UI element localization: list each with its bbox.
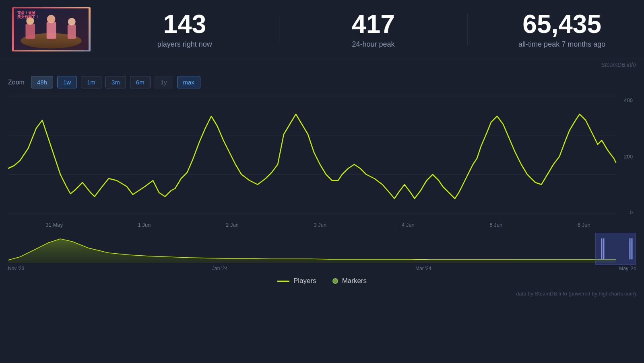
data-credit: data by SteamDB.info (powered by highcha… xyxy=(0,288,644,298)
svg-rect-6 xyxy=(68,25,76,39)
legend-markers: Markers xyxy=(332,277,367,285)
mini-chart-svg xyxy=(8,233,636,265)
legend-players: Players xyxy=(277,277,316,285)
players-line-icon xyxy=(277,281,289,282)
mini-x-may24: May '24 xyxy=(619,266,636,271)
alltime-peak-value: 65,435 xyxy=(492,10,632,38)
main-chart: 400 200 0 xyxy=(8,94,636,219)
svg-point-7 xyxy=(68,18,76,26)
alltime-peak-label: all-time peak 7 months ago xyxy=(492,40,632,49)
x-axis: 31 May 1 Jun 2 Jun 3 Jun 4 Jun 5 Jun 6 J… xyxy=(0,219,644,231)
divider-2 xyxy=(467,13,468,45)
header: 完蛋！被被 美女包围了！ 143 players right now 417 2… xyxy=(0,0,644,59)
watermark: SteamDB.info xyxy=(0,59,644,70)
credit-text: data by SteamDB.info (powered by highcha… xyxy=(516,291,636,297)
svg-text:美女包围了！: 美女包围了！ xyxy=(17,14,39,19)
svg-text:完蛋！被被: 完蛋！被被 xyxy=(17,10,36,15)
game-thumbnail: 完蛋！被被 美女包围了！ xyxy=(12,7,91,51)
y-label-0: 0 xyxy=(624,209,633,215)
zoom-label: Zoom xyxy=(8,79,25,86)
zoom-3m[interactable]: 3m xyxy=(105,76,126,88)
x-label-31may: 31 May xyxy=(45,222,63,228)
mini-x-nov23: Nov '23 xyxy=(8,266,24,271)
main-chart-container: 400 200 0 xyxy=(0,94,644,219)
alltime-peak-block: 65,435 all-time peak 7 months ago xyxy=(492,10,632,48)
current-players-value: 143 xyxy=(115,10,255,38)
zoom-1w[interactable]: 1w xyxy=(57,76,77,88)
peak-24h-label: 24-hour peak xyxy=(303,40,444,49)
x-label-1jun: 1 Jun xyxy=(138,222,151,228)
mini-x-mar24: Mar '24 xyxy=(415,266,431,271)
zoom-1y[interactable]: 1y xyxy=(155,76,173,88)
mini-chart-container xyxy=(0,231,644,265)
zoom-6m[interactable]: 6m xyxy=(130,76,151,88)
svg-rect-2 xyxy=(25,24,35,39)
x-label-5jun: 5 Jun xyxy=(489,222,502,228)
y-label-200: 200 xyxy=(624,154,633,160)
markers-legend-label: Markers xyxy=(342,277,367,285)
y-axis-labels: 400 200 0 xyxy=(624,94,633,219)
mini-x-axis: Nov '23 Jan '24 Mar '24 May '24 xyxy=(0,265,644,271)
zoom-max[interactable]: max xyxy=(177,76,200,88)
players-legend-label: Players xyxy=(293,277,316,285)
peak-24h-block: 417 24-hour peak xyxy=(303,10,444,48)
markers-dot-icon xyxy=(332,278,338,284)
mini-x-jan24: Jan '24 xyxy=(212,266,227,271)
zoom-controls: Zoom 48h 1w 1m 3m 6m 1y max xyxy=(0,70,644,94)
x-label-4jun: 4 Jun xyxy=(402,222,415,228)
y-label-400: 400 xyxy=(624,97,633,103)
mini-chart xyxy=(8,233,636,265)
thumbnail-image: 完蛋！被被 美女包围了！ xyxy=(12,7,91,51)
peak-24h-value: 417 xyxy=(303,10,444,38)
zoom-1m[interactable]: 1m xyxy=(81,76,101,88)
zoom-48h[interactable]: 48h xyxy=(31,76,53,88)
divider-1 xyxy=(279,13,279,45)
x-label-6jun: 6 Jun xyxy=(578,222,590,228)
main-chart-svg xyxy=(8,94,636,219)
x-label-2jun: 2 Jun xyxy=(226,222,239,228)
svg-point-5 xyxy=(47,15,56,23)
current-players-block: 143 players right now xyxy=(115,10,255,48)
x-label-3jun: 3 Jun xyxy=(314,222,327,228)
svg-rect-4 xyxy=(47,22,56,39)
chart-legend: Players Markers xyxy=(0,271,644,288)
current-players-label: players right now xyxy=(115,40,255,49)
